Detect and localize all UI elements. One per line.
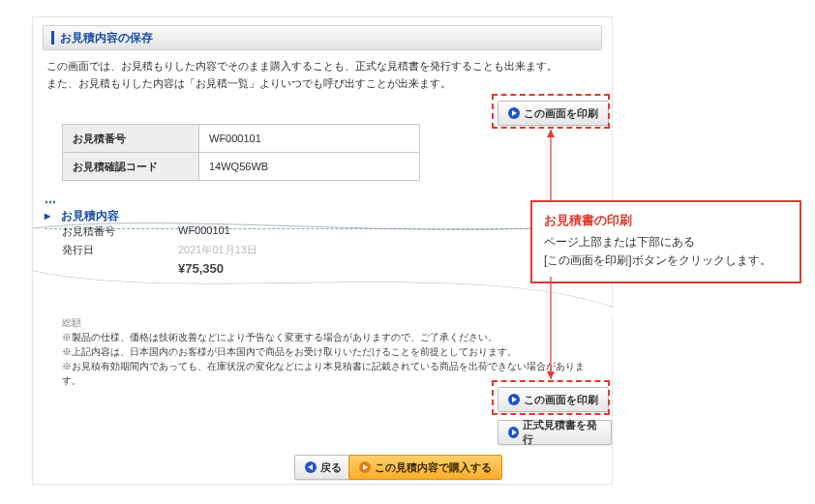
buy-with-quote-button-label: この見積内容で購入する — [375, 460, 492, 475]
detail-row: 発行日 2021年01月13日 — [62, 243, 420, 257]
callout-body-2: [この画面を印刷]ボタンをクリックします。 — [544, 252, 788, 270]
back-icon — [305, 461, 317, 473]
title-bar: お見積内容の保存 — [43, 25, 602, 50]
detail-row: お見積番号 WF000101 — [62, 224, 420, 239]
table-row: お見積番号 WF000101 — [63, 125, 420, 153]
intro-line-1: この画面では、お見積もりした内容でそのまま購入することも、正式な見積書を発行する… — [46, 58, 598, 75]
svg-marker-0 — [512, 110, 517, 116]
buy-with-quote-button[interactable]: この見積内容で購入する — [348, 455, 502, 480]
intro-line-2: また、お見積もりした内容は「お見積一覧」よりいつでも呼び出すことが出来ます。 — [46, 75, 598, 93]
annotation-callout: お見積書の印刷 ページ上部または下部にある [この画面を印刷]ボタンをクリックし… — [530, 200, 801, 283]
print-button-top[interactable]: この画面を印刷 — [498, 101, 609, 126]
table-row: お見積確認コード 14WQ56WB — [63, 153, 420, 181]
detail-val-1: 2021年01月13日 — [178, 243, 420, 257]
note-line-3: ※お見積有効期間内であっても、在庫状況の変化などにより本見積書に記載されている商… — [62, 359, 592, 388]
svg-marker-4 — [363, 464, 368, 470]
print-button-top-label: この画面を印刷 — [524, 106, 598, 121]
title-bar-text: お見積内容の保存 — [51, 31, 153, 44]
callout-title: お見積書の印刷 — [544, 212, 788, 229]
back-button[interactable]: 戻る — [294, 455, 352, 480]
quote-details: お見積番号 WF000101 発行日 2021年01月13日 ¥75,350 — [62, 221, 420, 276]
svg-marker-2 — [512, 430, 517, 435]
intro-text: この画面では、お見積もりした内容でそのまま購入することも、正式な見積書を発行する… — [46, 58, 598, 92]
issue-quote-button[interactable]: 正式見積書を発行 — [498, 420, 612, 445]
quote-save-panel: お見積内容の保存 この画面では、お見積もりした内容でそのまま購入することも、正式… — [32, 16, 613, 485]
info-key-0: お見積番号 — [63, 125, 199, 153]
print-button-bottom-label: この画面を印刷 — [524, 393, 598, 407]
disclaimer-notes: 総額 ※製品の仕様、価格は技術改善などにより予告なく変更する場合がありますので、… — [62, 315, 592, 388]
play-icon — [508, 394, 520, 405]
back-button-label: 戻る — [320, 460, 342, 475]
note-line-2: ※上記内容は、日本国内のお客様が日本国内で商品をお受け取りいただけることを前提と… — [62, 344, 592, 359]
play-icon — [359, 461, 371, 473]
section-arrow-icon: ⋯▸ — [45, 195, 56, 222]
issue-quote-button-label: 正式見積書を発行 — [523, 418, 601, 447]
info-val-0: WF000101 — [199, 125, 420, 153]
svg-marker-3 — [308, 464, 313, 470]
play-icon — [508, 107, 520, 119]
info-key-1: お見積確認コード — [63, 153, 199, 181]
info-val-1: 14WQ56WB — [199, 153, 420, 181]
detail-val-0: WF000101 — [178, 224, 420, 239]
note-line-1: ※製品の仕様、価格は技術改善などにより予告なく変更する場合がありますので、ご了承… — [62, 330, 592, 344]
callout-body-1: ページ上部または下部にある — [544, 233, 788, 252]
svg-marker-1 — [512, 397, 517, 402]
play-icon — [508, 427, 519, 438]
total-label: 総額 — [62, 315, 592, 330]
detail-key-0: お見積番号 — [62, 224, 178, 239]
detail-row-price: ¥75,350 — [62, 261, 420, 276]
print-button-bottom[interactable]: この画面を印刷 — [498, 387, 609, 412]
detail-price: ¥75,350 — [178, 261, 420, 276]
detail-key-1: 発行日 — [62, 243, 178, 257]
quote-info-table: お見積番号 WF000101 お見積確認コード 14WQ56WB — [62, 124, 420, 181]
